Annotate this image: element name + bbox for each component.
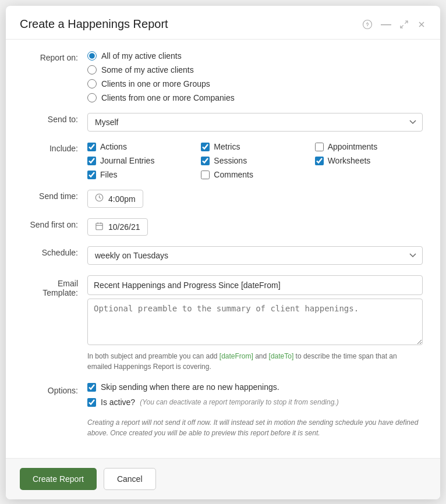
send-time-label: Send time:	[23, 190, 87, 201]
schedule-row: Schedule: weekly on Tuesdays daily month…	[23, 246, 423, 265]
skip-label: Skip sending when there are no new happe…	[101, 382, 279, 392]
send-to-row: Send to: Myself Someone else	[23, 113, 423, 132]
active-note: (You can deactivate a report temporarily…	[140, 398, 339, 406]
email-preamble-textarea[interactable]	[87, 299, 423, 345]
include-metrics-checkbox[interactable]	[201, 143, 210, 151]
schedule-label: Schedule:	[23, 246, 87, 257]
send-first-label: Send first on:	[23, 218, 87, 229]
include-appointments-label: Appointments	[328, 142, 378, 151]
schedule-content: weekly on Tuesdays daily monthly	[87, 246, 423, 265]
active-option[interactable]: Is active? (You can deactivate a report …	[87, 397, 423, 407]
template-hint: In both subject and preamble you can add…	[87, 351, 423, 372]
create-report-button[interactable]: Create Report	[20, 468, 97, 490]
radio-groups-label: Clients in one or more Groups	[101, 79, 210, 88]
send-to-content: Myself Someone else	[87, 113, 423, 132]
include-row: Include: Actions Metrics Appointments	[23, 142, 423, 179]
send-first-content: 10/26/21	[87, 218, 423, 236]
header-icons: —	[362, 18, 426, 30]
include-actions-label: Actions	[100, 142, 127, 151]
send-time-content: 4:00pm	[87, 190, 423, 208]
include-files-checkbox[interactable]	[87, 171, 96, 179]
include-worksheets-label: Worksheets	[328, 156, 371, 165]
include-appointments-checkbox[interactable]	[315, 143, 324, 151]
schedule-select[interactable]: weekly on Tuesdays daily monthly	[87, 246, 423, 265]
include-comments-label: Comments	[214, 170, 253, 179]
include-actions-checkbox[interactable]	[87, 143, 96, 151]
radio-groups[interactable]: Clients in one or more Groups	[87, 79, 423, 88]
date-input-wrap[interactable]: 10/26/21	[87, 218, 148, 236]
svg-line-4	[401, 25, 403, 28]
hint-icon[interactable]	[362, 19, 373, 30]
svg-line-3	[405, 21, 408, 24]
svg-point-0	[363, 20, 372, 29]
email-template-content: In both subject and preamble you can add…	[87, 275, 423, 372]
include-metrics-label: Metrics	[214, 142, 240, 151]
svg-point-2	[367, 27, 368, 27]
date-value: 10/26/21	[108, 222, 140, 232]
radio-all-active-input[interactable]	[87, 51, 97, 61]
include-sessions[interactable]: Sessions	[201, 156, 309, 165]
send-to-select[interactable]: Myself Someone else	[87, 113, 423, 132]
include-files[interactable]: Files	[87, 170, 195, 179]
include-worksheets[interactable]: Worksheets	[315, 156, 423, 165]
close-icon[interactable]	[417, 20, 426, 29]
radio-all-active[interactable]: All of my active clients	[87, 51, 423, 61]
clock-icon	[95, 193, 104, 204]
skip-option[interactable]: Skip sending when there are no new happe…	[87, 382, 423, 392]
send-time-row: Send time: 4:00pm	[23, 190, 423, 208]
include-grid: Actions Metrics Appointments Journal Ent…	[87, 142, 423, 179]
email-template-row: Email Template: In both subject and prea…	[23, 275, 423, 372]
calendar-icon	[95, 222, 104, 232]
include-actions[interactable]: Actions	[87, 142, 195, 151]
include-journal-label: Journal Entries	[100, 156, 154, 165]
radio-groups-input[interactable]	[87, 79, 97, 88]
radio-companies-input[interactable]	[87, 93, 97, 102]
radio-companies-label: Clients from one or more Companies	[101, 93, 235, 102]
send-first-row: Send first on: 10/26/21	[23, 218, 423, 236]
tag-date-to: [dateTo]	[269, 352, 294, 360]
report-on-options: All of my active clients Some of my acti…	[87, 51, 423, 102]
include-journal-checkbox[interactable]	[87, 157, 96, 165]
creating-note: Creating a report will not send it off n…	[87, 417, 423, 438]
dialog-body: Report on: All of my active clients Some…	[6, 40, 440, 458]
minimize-icon[interactable]: —	[381, 18, 391, 30]
report-on-label: Report on:	[23, 51, 87, 62]
email-subject-input[interactable]	[87, 275, 423, 295]
include-sessions-label: Sessions	[214, 156, 247, 165]
dialog-footer: Create Report Cancel	[6, 458, 440, 499]
include-content: Actions Metrics Appointments Journal Ent…	[87, 142, 423, 179]
options-label: Options:	[23, 382, 87, 395]
send-to-label: Send to:	[23, 113, 87, 124]
active-label: Is active?	[101, 397, 135, 407]
include-comments-checkbox[interactable]	[201, 171, 210, 179]
svg-rect-8	[96, 223, 102, 230]
time-input-wrap[interactable]: 4:00pm	[87, 190, 143, 208]
report-on-row: Report on: All of my active clients Some…	[23, 51, 423, 102]
options-row: Options: Skip sending when there are no …	[23, 382, 423, 438]
include-metrics[interactable]: Metrics	[201, 142, 309, 151]
cancel-button[interactable]: Cancel	[104, 468, 156, 490]
radio-some-active[interactable]: Some of my active clients	[87, 65, 423, 74]
create-happenings-dialog: Create a Happenings Report —	[6, 6, 440, 499]
radio-companies[interactable]: Clients from one or more Companies	[87, 93, 423, 102]
active-checkbox[interactable]	[87, 398, 96, 407]
dialog-header: Create a Happenings Report —	[6, 6, 440, 40]
tag-date-from: [dateFrom]	[220, 352, 253, 360]
email-template-label: Email Template:	[23, 275, 87, 297]
include-files-label: Files	[100, 170, 118, 179]
expand-icon[interactable]	[399, 20, 409, 29]
radio-some-active-label: Some of my active clients	[101, 65, 194, 74]
include-label: Include:	[23, 142, 87, 153]
include-sessions-checkbox[interactable]	[201, 157, 210, 165]
options-content: Skip sending when there are no new happe…	[87, 382, 423, 438]
dialog-title: Create a Happenings Report	[20, 17, 362, 31]
skip-checkbox[interactable]	[87, 383, 96, 392]
options-section: Skip sending when there are no new happe…	[87, 382, 423, 438]
include-appointments[interactable]: Appointments	[315, 142, 423, 151]
include-journal[interactable]: Journal Entries	[87, 156, 195, 165]
radio-all-active-label: All of my active clients	[101, 51, 182, 61]
radio-some-active-input[interactable]	[87, 65, 97, 74]
include-comments[interactable]: Comments	[201, 170, 309, 179]
include-worksheets-checkbox[interactable]	[315, 157, 324, 165]
time-value: 4:00pm	[108, 194, 136, 204]
